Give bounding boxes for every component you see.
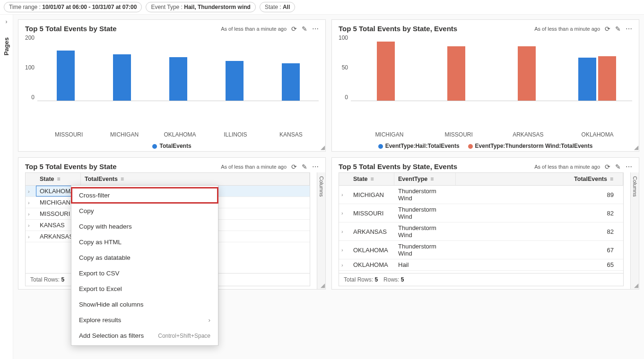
refresh-icon[interactable]: ⟳ [291, 163, 297, 171]
chevron-right-icon[interactable]: › [341, 229, 347, 234]
cell-eventtype[interactable]: Thunderstorm Wind [394, 204, 456, 222]
more-icon[interactable]: ⋯ [626, 163, 632, 171]
context-menu-item[interactable]: Show/Hide all columns [71, 297, 218, 312]
bar[interactable] [578, 58, 596, 101]
bar[interactable] [169, 57, 187, 101]
resize-handle-icon[interactable]: ◢ [634, 282, 638, 289]
resize-handle-icon[interactable]: ◢ [321, 144, 325, 151]
context-menu-item[interactable]: Cross-filter [71, 187, 218, 204]
refresh-icon[interactable]: ⟳ [605, 163, 610, 171]
table1-header-total[interactable]: TotalEvents≡ [81, 173, 310, 185]
cell-total[interactable]: 82 [456, 204, 623, 222]
chevron-right-icon[interactable]: › [341, 192, 347, 197]
chevron-right-icon[interactable]: › [341, 262, 347, 268]
edit-icon[interactable]: ✎ [615, 25, 621, 33]
legend-item[interactable]: EventType:Thunderstorm Wind:TotalEvents [468, 143, 593, 149]
context-menu-item[interactable]: Copy as datatable [71, 250, 218, 265]
filter-time-range-label: Time range : [9, 4, 42, 10]
bar-group[interactable] [206, 34, 262, 101]
tile-table2: Top 5 Total Events by State, Events As o… [331, 157, 639, 290]
context-menu-item[interactable]: Export to CSV [71, 265, 218, 281]
cell-state[interactable]: MICHIGAN [349, 186, 394, 204]
chevron-right-icon[interactable]: › [28, 222, 34, 228]
context-menu-item[interactable]: Export to Excel [71, 281, 218, 297]
chevron-right-icon[interactable]: › [28, 211, 34, 217]
table-row[interactable]: ›MISSOURIThunderstorm Wind82 [339, 204, 623, 222]
filter-time-range[interactable]: Time range : 10/01/07 at 06:00 - 10/31/0… [4, 2, 142, 12]
more-icon[interactable]: ⋯ [312, 163, 319, 171]
edit-icon[interactable]: ✎ [302, 25, 307, 33]
columns-panel-toggle[interactable]: Columns [317, 172, 325, 289]
resize-handle-icon[interactable]: ◢ [634, 144, 638, 151]
cell-state[interactable]: ARKANSAS [349, 222, 394, 240]
xaxis-label: MISSOURI [424, 128, 494, 138]
context-menu-item[interactable]: Copy [71, 203, 218, 219]
column-menu-icon[interactable]: ≡ [57, 176, 61, 182]
bar[interactable] [377, 42, 395, 101]
chevron-right-icon[interactable]: › [341, 210, 347, 216]
bar[interactable] [518, 46, 536, 101]
pages-panel-toggle[interactable]: › Pages [0, 15, 13, 359]
cell-eventtype[interactable]: Thunderstorm Wind [394, 241, 456, 259]
table1-header-state[interactable]: State≡ [36, 173, 81, 185]
bar-group[interactable] [94, 34, 150, 101]
filter-event-type[interactable]: Event Type : Hail, Thunderstorm wind [146, 2, 256, 12]
table-row[interactable]: ›ARKANSASThunderstorm Wind82 [339, 222, 623, 241]
bar-group[interactable] [562, 34, 632, 101]
bar-group[interactable] [262, 34, 319, 101]
table-row[interactable]: ›MICHIGANThunderstorm Wind89 [339, 186, 623, 204]
column-menu-icon[interactable]: ≡ [430, 176, 434, 182]
table2-header-total[interactable]: TotalEvents≡ [456, 173, 623, 185]
edit-icon[interactable]: ✎ [302, 163, 307, 171]
xaxis-label: ARKANSAS [494, 128, 563, 138]
chevron-right-icon[interactable]: › [28, 200, 34, 205]
context-menu-item[interactable]: Add Selection as filtersControl+Shift+Sp… [71, 328, 218, 343]
cell-state[interactable]: OKLAHOMA [349, 259, 394, 270]
chevron-right-icon[interactable]: › [341, 247, 347, 253]
column-menu-icon[interactable]: ≡ [610, 176, 613, 182]
cell-state[interactable]: MISSOURI [349, 204, 394, 222]
legend-item[interactable]: EventType:Hail:TotalEvents [378, 143, 460, 149]
bar-group[interactable] [421, 34, 492, 101]
cell-eventtype[interactable]: Thunderstorm Wind [394, 186, 456, 204]
table-row[interactable]: ›OKLAHOMAHail65 [339, 259, 623, 271]
bar[interactable] [282, 63, 300, 101]
bar[interactable] [447, 46, 465, 101]
bar[interactable] [598, 56, 616, 101]
bar-group[interactable] [351, 34, 421, 101]
cell-eventtype[interactable]: Hail [394, 259, 456, 270]
chevron-right-icon[interactable]: › [28, 234, 34, 239]
refresh-icon[interactable]: ⟳ [291, 25, 297, 33]
table-row[interactable]: ›OKLAHOMAThunderstorm Wind67 [339, 241, 623, 259]
more-icon[interactable]: ⋯ [312, 25, 319, 33]
table2-header-etype[interactable]: EventType≡ [394, 173, 456, 185]
cell-state[interactable]: OKLAHOMA [349, 241, 394, 259]
legend-item[interactable]: TotalEvents [152, 143, 191, 149]
context-menu-item[interactable]: Copy as HTML [71, 234, 218, 250]
resize-handle-icon[interactable]: ◢ [321, 282, 325, 289]
tile-chart2-title: Top 5 Total Events by State, Events [339, 25, 457, 33]
bar-group[interactable] [492, 34, 562, 101]
more-icon[interactable]: ⋯ [626, 25, 632, 33]
column-menu-icon[interactable]: ≡ [121, 176, 124, 182]
filter-state[interactable]: State : All [260, 2, 295, 12]
context-menu-item[interactable]: Copy with headers [71, 219, 218, 234]
bar[interactable] [113, 54, 131, 101]
bar-group[interactable] [150, 34, 206, 101]
bar-group[interactable] [37, 34, 94, 101]
bar[interactable] [226, 61, 244, 101]
table2-header-state[interactable]: State≡ [349, 173, 394, 185]
table2-header-expand [339, 173, 349, 185]
cell-total[interactable]: 67 [456, 241, 623, 259]
cell-eventtype[interactable]: Thunderstorm Wind [394, 222, 456, 240]
context-menu-item[interactable]: Explore results› [71, 312, 218, 328]
bar[interactable] [57, 51, 75, 101]
cell-total[interactable]: 82 [456, 222, 623, 240]
cell-total[interactable]: 65 [456, 259, 623, 270]
refresh-icon[interactable]: ⟳ [605, 25, 610, 33]
columns-panel-toggle[interactable]: Columns [630, 172, 639, 289]
chevron-right-icon[interactable]: › [28, 188, 34, 194]
column-menu-icon[interactable]: ≡ [371, 176, 374, 182]
edit-icon[interactable]: ✎ [615, 163, 621, 171]
cell-total[interactable]: 89 [456, 186, 623, 204]
